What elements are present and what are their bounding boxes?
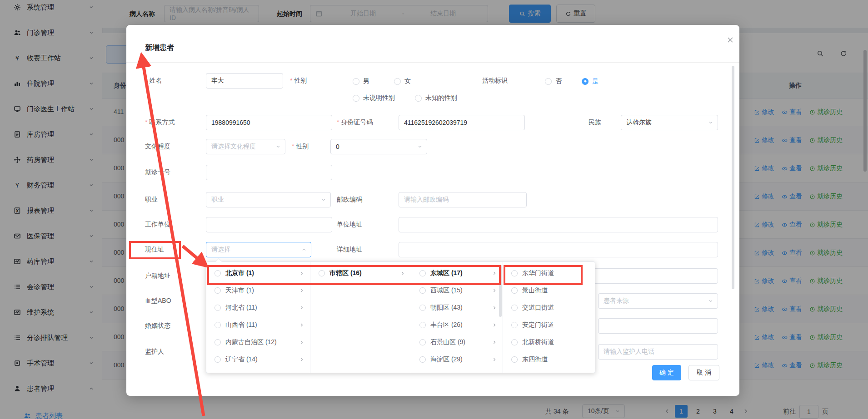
patient-management-page: 系统管理 门诊管理 ¥ 收费工作站 住院管理	[0, 0, 868, 419]
chevron-down-icon	[417, 144, 423, 149]
cascader-option-label: 山西省 (11)	[225, 321, 257, 329]
add-patient-dialog: 新增患者 姓名 牢大 性别 男 女 活动标识 否 是 未说明性别 未知的性别 联	[126, 25, 739, 396]
radio-icon[interactable]	[511, 356, 518, 363]
idcard-input[interactable]: 411625192602039719	[399, 115, 525, 130]
radio-icon[interactable]	[511, 287, 518, 294]
patient-source-placeholder: 患者来源	[604, 297, 629, 305]
cascader-option-label: 天津市 (1)	[225, 286, 254, 295]
cascader-option[interactable]: 内蒙古自治区 (12)	[206, 334, 310, 351]
radio-icon[interactable]	[511, 322, 518, 328]
nation-value: 达斡尔族	[626, 118, 652, 127]
radio-icon[interactable]	[419, 270, 426, 276]
address-cascader-panel: 北京市 (1) 天津市 (1) 河北省 (11)	[206, 261, 595, 373]
radio-icon[interactable]	[215, 305, 221, 311]
radio-icon[interactable]	[353, 78, 359, 85]
radio-icon[interactable]	[419, 322, 426, 328]
radio-icon[interactable]	[545, 78, 552, 85]
radio-icon[interactable]	[215, 287, 221, 294]
radio-icon[interactable]	[215, 356, 221, 363]
radio-icon[interactable]	[415, 95, 422, 102]
work-address-input[interactable]	[399, 217, 718, 232]
patient-source-select[interactable]: 患者来源	[598, 293, 718, 309]
gender-radio-unknown[interactable]: 未知的性别	[415, 94, 457, 102]
chevron-right-icon	[492, 357, 497, 362]
radio-icon[interactable]	[419, 287, 426, 294]
cascader-option[interactable]: 山西省 (11)	[206, 316, 310, 334]
radio-icon[interactable]	[419, 339, 426, 345]
zip-input[interactable]: 请输入邮政编码	[399, 192, 527, 207]
chevron-down-icon	[708, 298, 713, 304]
cascader-option[interactable]: 北新桥街道	[503, 334, 596, 351]
cascader-option[interactable]: 北京市 (1)	[206, 265, 310, 282]
radio-checked-icon[interactable]	[582, 78, 589, 85]
radio-icon[interactable]	[511, 270, 518, 276]
guardian-phone-input[interactable]: 请输入监护人电话	[598, 344, 718, 360]
marital-right-input[interactable]	[598, 318, 718, 334]
cascader-option[interactable]: 东华门街道	[503, 265, 596, 282]
cancel-button[interactable]: 取 消	[688, 365, 719, 380]
chevron-right-icon	[299, 357, 304, 362]
radio-icon[interactable]	[419, 305, 426, 311]
detail-address-input[interactable]	[399, 242, 718, 257]
current-address-cascader[interactable]: 请选择	[206, 242, 311, 257]
radio-icon[interactable]	[394, 78, 401, 85]
gender2-select[interactable]: 0	[330, 139, 427, 154]
job-select[interactable]: 职业	[206, 192, 331, 207]
cascader-option[interactable]: 东四街道	[503, 351, 596, 368]
cascader-option-label: 辽宁省 (14)	[225, 355, 258, 364]
cascader-street-column: 东华门街道 景山街道 交道口街道	[503, 262, 596, 373]
radio-icon[interactable]	[511, 305, 518, 311]
cascader-option-label: 东四街道	[522, 355, 548, 364]
phone-input[interactable]: 19880991650	[206, 115, 332, 130]
active-radio-no[interactable]: 否	[545, 77, 562, 85]
cancel-label: 取 消	[697, 369, 711, 377]
radio-icon[interactable]	[215, 322, 221, 328]
cascader-option[interactable]: 东城区 (17)	[411, 265, 503, 282]
cascader-option[interactable]: 景山街道	[503, 282, 596, 299]
confirm-button[interactable]: 确 定	[652, 365, 681, 380]
nation-select[interactable]: 达斡尔族	[621, 115, 718, 130]
cascader-option[interactable]: 朝阳区 (43)	[411, 299, 503, 316]
radio-icon[interactable]	[353, 95, 359, 102]
cascader-option-label: 东华门街道	[522, 269, 554, 277]
dialog-scrollbar[interactable]	[732, 66, 734, 289]
radio-icon[interactable]	[511, 339, 518, 345]
cascader-city-column: 市辖区 (16)	[310, 262, 411, 373]
cascader-option[interactable]: 石景山区 (9)	[411, 334, 503, 351]
cascader-option-label: 海淀区 (29)	[430, 355, 463, 364]
cascader-option[interactable]: 辽宁省 (14)	[206, 351, 310, 368]
cascader-option[interactable]: 海淀区 (29)	[411, 351, 503, 368]
radio-icon[interactable]	[215, 270, 221, 276]
radio-icon[interactable]	[215, 339, 221, 345]
confirm-label: 确 定	[659, 369, 674, 377]
education-select[interactable]: 请选择文化程度	[206, 139, 285, 154]
cascader-option[interactable]: 安定门街道	[503, 316, 596, 334]
guardian-label: 监护人	[145, 348, 164, 356]
cascader-column-scrollbar[interactable]	[499, 265, 502, 317]
cascader-option[interactable]: 市辖区 (16)	[310, 265, 411, 282]
close-icon[interactable]	[727, 36, 734, 44]
work-unit-input[interactable]	[206, 217, 332, 232]
gender-radio-female[interactable]: 女	[394, 77, 411, 85]
gender-radio-unspecified[interactable]: 未说明性别	[353, 94, 395, 102]
cascader-option[interactable]: 丰台区 (26)	[411, 316, 503, 334]
visit-card-input[interactable]	[206, 165, 332, 180]
gender-label: 性别	[290, 77, 307, 85]
gender2-value: 0	[336, 143, 339, 150]
gender2-label: 性别	[292, 143, 309, 151]
cascader-option-label: 安定门街道	[522, 321, 554, 329]
gender-radio-male[interactable]: 男	[353, 77, 369, 85]
radio-icon[interactable]	[319, 270, 325, 276]
zip-label: 邮政编码	[337, 196, 362, 204]
name-input[interactable]: 牢大	[206, 73, 283, 89]
cascader-option[interactable]: 天津市 (1)	[206, 282, 310, 299]
radio-icon[interactable]	[419, 356, 426, 363]
dialog-header-divider	[126, 62, 739, 63]
chevron-right-icon	[299, 305, 304, 311]
cascader-option[interactable]: 交道口街道	[503, 299, 596, 316]
cascader-option[interactable]: 西城区 (15)	[411, 282, 503, 299]
detail-address-label: 详细地址	[337, 246, 362, 254]
cascader-option[interactable]: 河北省 (11)	[206, 299, 310, 316]
education-placeholder: 请选择文化程度	[211, 143, 256, 151]
active-radio-yes[interactable]: 是	[582, 77, 599, 85]
